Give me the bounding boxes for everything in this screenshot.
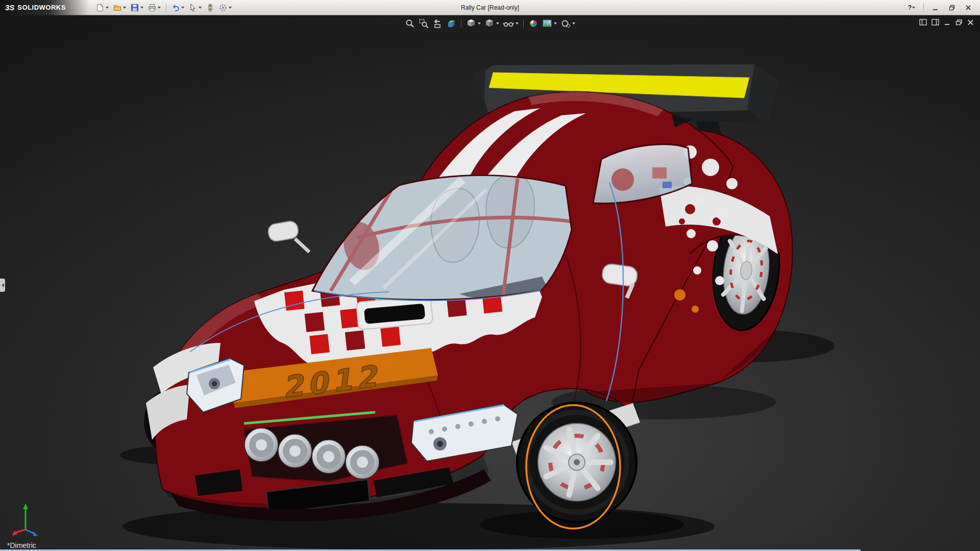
3d-model-rally-car[interactable]: 2012	[0, 15, 980, 551]
window-title: Rally Car [Read-only]	[461, 4, 519, 11]
show-pane-left-button[interactable]	[919, 19, 927, 26]
zoom-to-fit-icon	[405, 18, 415, 29]
rebuild-button[interactable]	[205, 3, 216, 13]
dropdown-caret[interactable]	[199, 7, 202, 9]
print-icon	[148, 4, 156, 12]
restore-icon	[949, 5, 955, 11]
dropdown-caret[interactable]	[516, 22, 519, 24]
view-settings-icon	[560, 18, 571, 29]
options-button[interactable]	[217, 3, 233, 13]
rebuild-icon	[206, 4, 214, 12]
apply-scene-button[interactable]	[542, 18, 557, 29]
document-window-controls	[919, 19, 974, 26]
close-button[interactable]	[962, 3, 975, 13]
close-icon	[965, 5, 971, 11]
view-orientation-cube-icon	[466, 18, 476, 29]
dropdown-caret[interactable]	[229, 7, 232, 9]
dropdown-caret[interactable]	[123, 7, 126, 9]
view-orientation-button[interactable]	[465, 18, 481, 29]
heads-up-view-toolbar	[404, 18, 576, 29]
help-button[interactable]: ?	[905, 3, 918, 13]
3ds-logo-icon: 3S	[5, 3, 14, 12]
previous-view-icon	[432, 18, 443, 29]
solidworks-logo: 3S SOLIDWORKS	[0, 0, 89, 15]
save-button[interactable]	[129, 3, 145, 13]
dropdown-caret[interactable]	[106, 7, 109, 9]
hud-separator	[461, 19, 461, 28]
reference-triad	[8, 500, 44, 538]
dropdown-caret[interactable]	[572, 22, 575, 24]
view-settings-button[interactable]	[560, 18, 576, 29]
dropdown-caret[interactable]	[140, 7, 143, 9]
dropdown-caret[interactable]	[554, 22, 557, 24]
undo-arrow-icon	[172, 4, 180, 12]
close-document-button[interactable]	[967, 19, 974, 26]
previous-view-button[interactable]	[432, 18, 443, 29]
zoom-to-area-button[interactable]	[418, 18, 429, 29]
restore-button[interactable]	[945, 3, 959, 13]
minimize-document-icon	[944, 19, 951, 26]
new-document-icon	[96, 4, 104, 12]
flyout-left-arrow-icon	[2, 283, 4, 287]
help-icon: ?	[908, 4, 912, 11]
section-view-button[interactable]	[446, 18, 457, 29]
select-button[interactable]	[187, 3, 203, 13]
pane-right-icon	[932, 19, 939, 26]
pane-left-icon	[919, 19, 927, 26]
dropdown-caret[interactable]	[158, 7, 161, 9]
titlebar: 3S SOLIDWORKS	[0, 0, 980, 15]
minimize-document-button[interactable]	[944, 19, 951, 26]
view-orientation-label: *Dimetric	[7, 541, 36, 549]
graphics-viewport[interactable]: 2012	[0, 15, 980, 551]
print-button[interactable]	[146, 3, 162, 13]
eyeglasses-icon	[503, 18, 514, 29]
show-pane-right-button[interactable]	[932, 19, 939, 26]
dropdown-caret[interactable]	[912, 7, 915, 9]
toolbar-separator	[166, 3, 166, 12]
save-floppy-icon	[131, 4, 139, 12]
scene-photo-icon	[542, 18, 552, 29]
restore-document-icon	[955, 19, 963, 26]
zoom-to-area-icon	[419, 18, 429, 29]
display-style-button[interactable]	[484, 18, 500, 29]
logo-brand-text: SOLIDWORKS	[17, 4, 66, 11]
toolbar-separator	[923, 3, 924, 12]
solidworks-app-window: 3S SOLIDWORKS	[0, 0, 980, 551]
featuremanager-flyout-tab[interactable]	[0, 279, 5, 292]
zoom-to-fit-button[interactable]	[404, 18, 415, 29]
section-view-icon	[446, 18, 456, 29]
minimize-button[interactable]	[929, 3, 942, 13]
select-cursor-icon	[189, 4, 197, 12]
hud-separator	[523, 19, 524, 28]
restore-document-button[interactable]	[955, 19, 963, 26]
open-folder-icon	[113, 4, 121, 12]
dropdown-caret[interactable]	[478, 22, 481, 24]
appearance-ball-icon	[528, 18, 538, 29]
options-gear-icon	[219, 4, 227, 12]
open-button[interactable]	[112, 3, 128, 13]
titlebar-window-controls: ?	[905, 3, 980, 13]
edit-appearance-button[interactable]	[528, 18, 539, 29]
display-style-icon	[484, 18, 495, 29]
dropdown-caret[interactable]	[496, 22, 499, 24]
minimize-icon	[933, 5, 939, 11]
standard-toolbar	[94, 3, 233, 13]
new-document-button[interactable]	[94, 3, 110, 13]
hide-show-items-button[interactable]	[502, 18, 519, 29]
close-document-icon	[967, 19, 974, 26]
dropdown-caret[interactable]	[181, 7, 184, 9]
undo-button[interactable]	[170, 3, 186, 13]
